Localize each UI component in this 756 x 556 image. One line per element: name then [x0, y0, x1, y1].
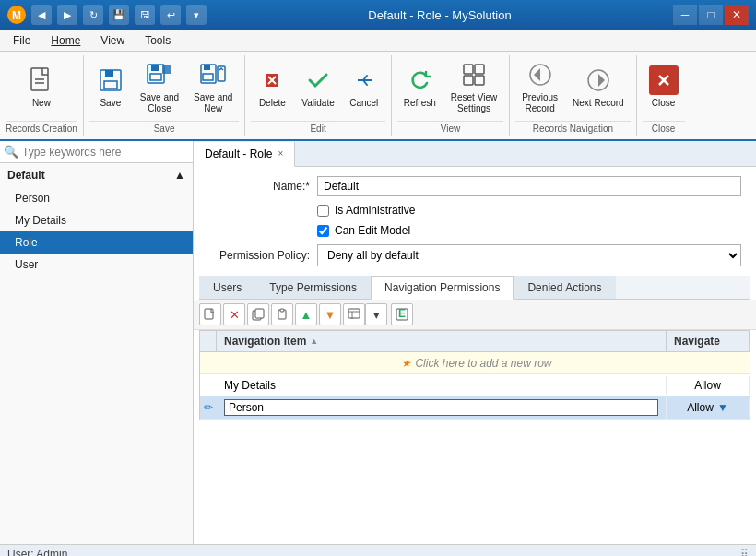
- new-label: New: [32, 98, 51, 109]
- ribbon-group-records-nav: PreviousRecord Next Record Records Navig…: [510, 55, 636, 136]
- maximize-button[interactable]: □: [699, 5, 723, 25]
- save-close-button[interactable]: Save andClose: [134, 55, 185, 119]
- save-new-icon: [198, 60, 228, 89]
- title-bar-left: M ◀ ▶ ↻ 💾 🖫 ↩ ▾: [7, 5, 207, 25]
- save-close-label: Save andClose: [140, 92, 179, 114]
- delete-button[interactable]: Delete: [251, 61, 293, 113]
- ribbon-group-view: Refresh Reset ViewSettings View: [392, 55, 510, 136]
- person-nav-dropdown-icon[interactable]: ▼: [717, 401, 728, 414]
- name-input[interactable]: [317, 176, 741, 196]
- grid: Navigation Item ▲ Navigate ★ Click here …: [199, 330, 750, 420]
- grid-up-btn[interactable]: ▲: [295, 303, 317, 325]
- refresh-tb-btn[interactable]: ↻: [83, 5, 103, 25]
- sidebar-collapse-icon: ▲: [174, 169, 185, 182]
- cancel-button[interactable]: Cancel: [343, 61, 385, 113]
- close-window-button[interactable]: ✕: [725, 5, 749, 25]
- sidebar-section-label: Default: [7, 169, 45, 182]
- menu-tools[interactable]: Tools: [136, 32, 180, 49]
- grid-down-btn[interactable]: ▼: [319, 303, 341, 325]
- grid-cell-my-details-nav: Allow: [667, 376, 750, 395]
- edit-indicator: ✏: [200, 401, 217, 414]
- sidebar-item-role[interactable]: Role: [0, 231, 193, 254]
- svg-rect-35: [348, 309, 360, 318]
- prev-record-button[interactable]: PreviousRecord: [515, 55, 564, 119]
- validate-button[interactable]: Validate: [295, 61, 340, 113]
- save-button[interactable]: Save: [89, 61, 132, 113]
- undo-btn[interactable]: ↩: [160, 5, 181, 25]
- sidebar-item-my-details[interactable]: My Details: [0, 209, 193, 231]
- minimize-button[interactable]: ─: [673, 5, 697, 25]
- svg-rect-20: [464, 65, 473, 74]
- next-record-button[interactable]: Next Record: [566, 61, 631, 113]
- close-btn-icon: [649, 65, 679, 95]
- svg-rect-22: [464, 76, 473, 85]
- reset-view-icon: [459, 60, 489, 89]
- tab-close-button[interactable]: ×: [278, 148, 283, 159]
- table-row[interactable]: ✏ Allow ▼: [200, 396, 750, 420]
- inner-tab-type-permissions[interactable]: Type Permissions: [255, 276, 371, 299]
- grid-excel-btn[interactable]: E: [391, 303, 413, 325]
- tab-default-role[interactable]: Default - Role ×: [194, 142, 295, 167]
- status-bar: User: Admin ⠿: [0, 544, 756, 556]
- sidebar-item-person-label: Person: [15, 192, 50, 205]
- is-admin-label: Is Administrative: [335, 204, 415, 217]
- inner-tab-denied-actions[interactable]: Denied Actions: [514, 276, 615, 299]
- svg-rect-7: [104, 81, 117, 89]
- grid-view-dropdown-btn[interactable]: ▾: [365, 303, 387, 325]
- menu-home[interactable]: Home: [41, 32, 89, 49]
- is-admin-row: Is Administrative: [317, 204, 741, 217]
- menu-view[interactable]: View: [91, 32, 134, 49]
- dropdown-arrow-btn[interactable]: ▾: [186, 5, 207, 25]
- validate-icon: [303, 65, 333, 95]
- view-group-label: View: [397, 121, 503, 136]
- svg-text:M: M: [12, 9, 21, 22]
- forward-btn[interactable]: ▶: [57, 5, 77, 25]
- new-icon: [27, 65, 56, 95]
- policy-select[interactable]: Deny all by default Allow all by default: [317, 244, 741, 266]
- inner-tab-navigation-permissions[interactable]: Navigation Permissions: [371, 276, 514, 300]
- svg-marker-25: [534, 68, 540, 81]
- menu-bar: File Home View Tools: [0, 30, 756, 52]
- inner-tab-users[interactable]: Users: [199, 276, 255, 299]
- grid-view-btn[interactable]: [343, 303, 365, 325]
- ribbon-group-save: Save Save andClose Save andNew Save: [84, 55, 246, 136]
- can-edit-label: Can Edit Model: [335, 224, 410, 237]
- is-admin-checkbox[interactable]: [317, 205, 329, 217]
- sidebar-item-person[interactable]: Person: [0, 187, 193, 209]
- new-button[interactable]: New: [20, 61, 63, 113]
- back-btn[interactable]: ◀: [31, 5, 52, 25]
- menu-file[interactable]: File: [4, 32, 40, 49]
- ribbon-group-records-creation: New Records Creation: [0, 55, 84, 136]
- grid-col-nav-item: Navigation Item ▲: [217, 331, 667, 351]
- close-group-label: Close: [643, 121, 685, 136]
- tab-label: Default - Role: [205, 148, 272, 160]
- reset-view-button[interactable]: Reset ViewSettings: [444, 55, 503, 119]
- grid-copy-btn[interactable]: [247, 303, 269, 325]
- sidebar-item-user[interactable]: User: [0, 254, 193, 276]
- save-new-label: Save andNew: [194, 92, 232, 114]
- can-edit-row: Can Edit Model: [317, 224, 741, 237]
- scroll-indicator: ⠿: [740, 548, 749, 557]
- grid-new-row[interactable]: ★ Click here to add a new row: [200, 352, 750, 374]
- can-edit-checkbox[interactable]: [317, 225, 329, 237]
- table-row[interactable]: My Details Allow: [200, 374, 750, 396]
- grid-new-btn[interactable]: [199, 303, 221, 325]
- svg-rect-9: [151, 65, 159, 71]
- grid-delete-btn[interactable]: ✕: [223, 303, 245, 325]
- grid-header: Navigation Item ▲ Navigate: [200, 331, 750, 352]
- sidebar-item-role-label: Role: [15, 236, 38, 249]
- search-input[interactable]: [22, 146, 189, 159]
- close-button[interactable]: Close: [643, 61, 685, 113]
- refresh-button[interactable]: Refresh: [397, 61, 443, 113]
- form-area: Name:* Is Administrative Can Edit Model …: [194, 167, 756, 276]
- grid-paste-btn[interactable]: [271, 303, 293, 325]
- grid-cell-person-input[interactable]: [224, 399, 658, 416]
- sidebar-section-default[interactable]: Default ▲: [0, 163, 193, 187]
- save-tb-btn[interactable]: 💾: [109, 5, 129, 25]
- svg-rect-23: [475, 76, 484, 85]
- save-new-button[interactable]: Save andNew: [187, 55, 239, 119]
- window-title: Default - Role - MySolution: [368, 8, 511, 22]
- save2-tb-btn[interactable]: 🖫: [135, 5, 155, 25]
- grid-toolbar: ✕ ▲ ▼ ▾ E: [194, 300, 756, 330]
- next-record-label: Next Record: [573, 98, 624, 109]
